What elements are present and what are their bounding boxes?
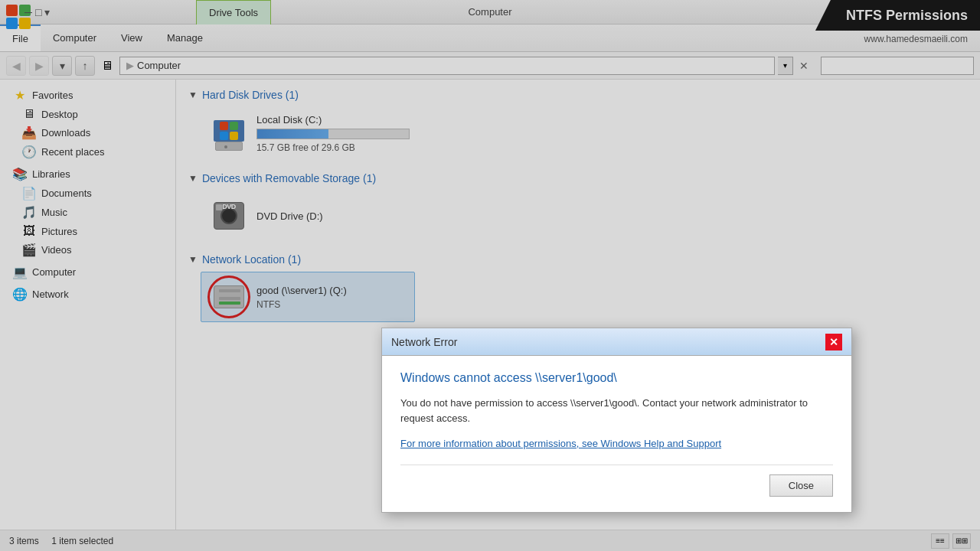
dialog-footer: Close [400, 474, 833, 497]
dialog-close-btn[interactable]: Close [769, 474, 833, 497]
dialog-error-title: Windows cannot access \\server1\good\ [400, 371, 833, 385]
dialog-message: You do not have permission to access \\s… [400, 396, 833, 425]
dialog-title-bar: Network Error ✕ [382, 328, 851, 356]
dialog-close-button[interactable]: ✕ [825, 334, 842, 350]
network-error-dialog: Network Error ✕ Windows cannot access \\… [381, 328, 852, 513]
dialog-title: Network Error [391, 336, 457, 348]
dialog-body: Windows cannot access \\server1\good\ Yo… [382, 356, 851, 512]
dialog-separator [400, 465, 833, 465]
dialog-help-link[interactable]: For more information about permissions, … [400, 438, 833, 449]
dialog-overlay: Network Error ✕ Windows cannot access \\… [0, 0, 980, 551]
